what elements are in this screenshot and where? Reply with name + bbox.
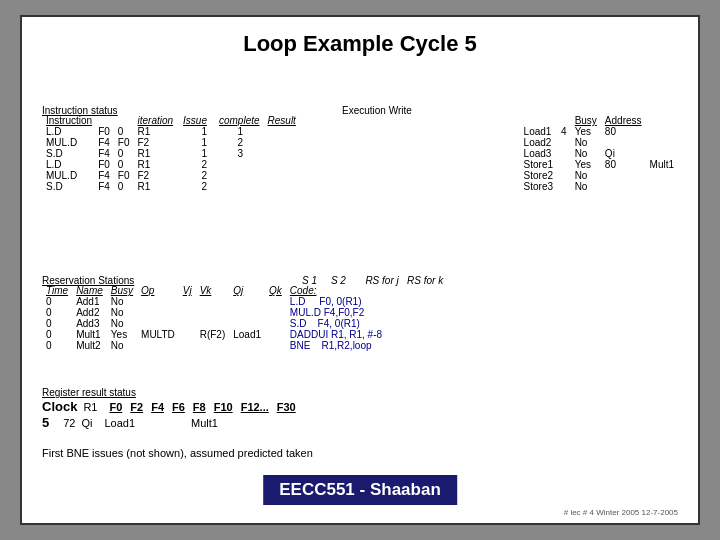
reg-f12: F12... xyxy=(241,401,269,413)
rs-table: Time Name Busy Op Vj Vk Qj Qk Code: 0Add… xyxy=(42,285,386,351)
reg-f2: F2 xyxy=(130,401,143,413)
clock-label: Clock xyxy=(42,399,77,414)
banner-text: EECC551 - Shaaban xyxy=(279,480,441,499)
reg-f0: F0 xyxy=(109,401,122,413)
table-row: MUL.DF4F0F2 12 xyxy=(42,137,300,148)
reg-f8: F8 xyxy=(193,401,206,413)
eecc-banner: EECC551 - Shaaban xyxy=(263,475,457,505)
val-mult1: Mult1 xyxy=(191,417,218,429)
register-values-row: Load1 Mult1 xyxy=(104,417,218,429)
reg-f6: F6 xyxy=(172,401,185,413)
clock-section: Clock R1 F0 F2 F4 F6 F8 F10 F12... F30 xyxy=(42,399,296,414)
col-k xyxy=(114,115,134,126)
clock-values-section: 5 72 Qi Load1 Mult1 xyxy=(42,415,218,430)
col-exec: complete xyxy=(211,115,264,126)
table-row: 0Add1No L.D F0, 0(R1) xyxy=(42,296,386,307)
r1-value: 72 xyxy=(63,417,75,429)
table-row: L.DF00R1 11 xyxy=(42,126,300,137)
table-row: S.DF40R1 13 xyxy=(42,148,300,159)
table-row: 0Add3No S.D F4, 0(R1) xyxy=(42,318,386,329)
exec-write-header: Execution Write xyxy=(342,105,412,116)
col-instruction: Instruction xyxy=(42,115,94,126)
table-row: Store2No xyxy=(520,170,678,181)
val-load1: Load1 xyxy=(104,417,135,429)
register-result-status-label: Register result status xyxy=(42,387,136,398)
table-row: 0Add2No MUL.D F4,F0,F2 xyxy=(42,307,386,318)
table-row: 0Mult2No BNE R1,R2,loop xyxy=(42,340,386,351)
watermark: # lec # 4 Winter 2005 12-7-2005 xyxy=(564,508,678,517)
table-row: Store1Yes80Mult1 xyxy=(520,159,678,170)
qi-label: Qi xyxy=(81,417,96,429)
reg-f4: F4 xyxy=(151,401,164,413)
col-j xyxy=(94,115,114,126)
table-row: MUL.DF4F0F2 2 xyxy=(42,170,300,181)
table-row: Load3NoQi xyxy=(520,148,678,159)
slide-title: Loop Example Cycle 5 xyxy=(42,31,678,57)
table-row: Load14Yes80 xyxy=(520,126,678,137)
reg-f30: F30 xyxy=(277,401,296,413)
functional-units: Busy Address Load14Yes80 Load2No Load3No… xyxy=(520,115,678,192)
table-row: S.DF40R1 2 xyxy=(42,181,300,192)
bottom-note: First BNE issues (not shown), assumed pr… xyxy=(42,447,313,459)
table-row: 0Mult1YesMULTDR(F2)Load1 DADDUI R1, R1, … xyxy=(42,329,386,340)
table-row: Store3No xyxy=(520,181,678,192)
col-result: Result xyxy=(264,115,300,126)
table-row: L.DF00R1 2 xyxy=(42,159,300,170)
table-row: Load2No xyxy=(520,137,678,148)
instruction-table: Instruction iteration Issue complete Res… xyxy=(42,115,300,192)
col-iteration: iteration xyxy=(133,115,177,126)
register-names-row: F0 F2 F4 F6 F8 F10 F12... F30 xyxy=(109,401,295,413)
r1-label: R1 xyxy=(83,401,97,413)
clock-value: 5 xyxy=(42,415,49,430)
slide: Loop Example Cycle 5 Instruction status … xyxy=(20,15,700,525)
reg-f10: F10 xyxy=(214,401,233,413)
col-issue: Issue xyxy=(177,115,211,126)
